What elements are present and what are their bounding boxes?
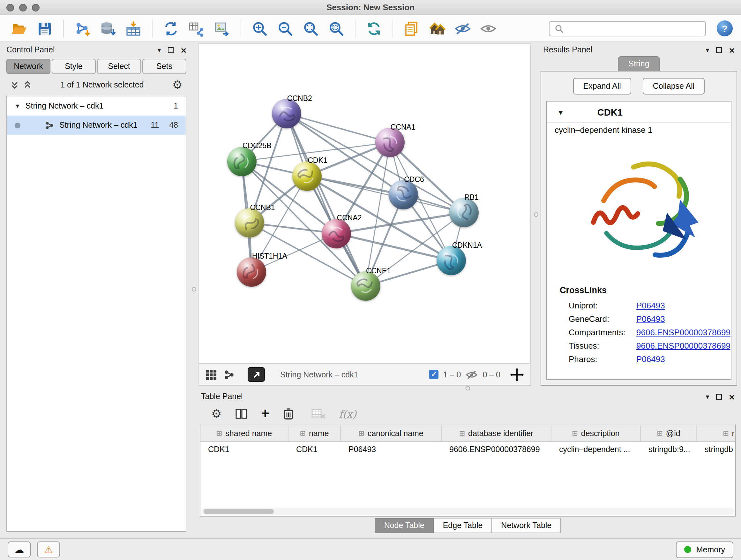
network-node-CDKN1A[interactable]: CDKN1A <box>437 246 466 275</box>
cell-id[interactable]: stringdb:9... <box>641 442 697 457</box>
column-header-namespace[interactable]: ⊞namespace <box>697 425 736 441</box>
import-table-from-file-button[interactable] <box>122 17 145 39</box>
zoom-in-button[interactable] <box>248 17 271 39</box>
network-node-CDC6[interactable]: CDC6 <box>389 180 418 209</box>
panel-float-icon[interactable] <box>168 47 174 53</box>
zoom-out-button[interactable] <box>274 17 297 39</box>
splitter-handle[interactable] <box>466 386 470 390</box>
crosslink-link[interactable]: 9606.ENSP00000378699 <box>636 327 731 337</box>
tree-expanded-icon[interactable]: ▼ <box>15 103 20 109</box>
maximize-window-button[interactable] <box>32 3 40 11</box>
panel-close-icon[interactable]: × <box>729 45 735 55</box>
panel-menu-icon[interactable]: ▾ <box>705 46 709 54</box>
selected-checkbox-icon[interactable]: ✓ <box>429 370 439 379</box>
warnings-button[interactable]: ⚠ <box>37 542 60 557</box>
network-overview-button[interactable] <box>223 369 235 380</box>
save-session-button[interactable] <box>33 17 56 39</box>
delete-column-button[interactable] <box>283 408 294 420</box>
cell-shared-name[interactable]: CDK1 <box>200 442 288 457</box>
network-collection-row[interactable]: ▼ String Network – cdk1 1 <box>7 97 186 116</box>
crosslink-link[interactable]: P06493 <box>636 314 665 324</box>
home-views-button[interactable] <box>426 17 449 39</box>
left-splitter[interactable] <box>192 44 195 535</box>
network-node-CCNB2[interactable]: CCNB2 <box>272 99 301 128</box>
delete-table-button-disabled[interactable] <box>312 408 326 420</box>
cell-canonical-name[interactable]: P06493 <box>341 442 442 457</box>
grid-view-button[interactable] <box>205 369 217 380</box>
right-splitter[interactable] <box>534 44 537 386</box>
tab-edge-table[interactable]: Edge Table <box>434 518 492 533</box>
column-header-canonical-name[interactable]: ⊞canonical name <box>341 425 442 441</box>
panel-close-icon[interactable]: × <box>729 392 735 401</box>
tab-sets[interactable]: Sets <box>142 59 186 74</box>
table-row[interactable]: CDK1 CDK1 P06493 9606.ENSP00000378699 cy… <box>200 442 736 457</box>
tab-style[interactable]: Style <box>52 59 96 74</box>
cell-database-identifier[interactable]: 9606.ENSP00000378699 <box>442 442 551 457</box>
column-header-name[interactable]: ⊞name <box>288 425 341 441</box>
zoom-selected-button[interactable] <box>325 17 348 39</box>
horizontal-splitter[interactable] <box>199 386 737 390</box>
panel-menu-icon[interactable]: ▾ <box>705 392 709 401</box>
open-session-button[interactable] <box>8 17 30 39</box>
column-header-description[interactable]: ⊞description <box>551 425 641 441</box>
node-section-header[interactable]: ▼ CDK1 <box>547 102 731 123</box>
close-window-button[interactable] <box>6 3 14 11</box>
network-options-gear-icon[interactable]: ⚙ <box>172 79 183 91</box>
collapse-all-button[interactable]: Collapse All <box>643 78 705 95</box>
show-all-button[interactable] <box>477 17 500 39</box>
memory-button[interactable]: Memory <box>676 541 733 558</box>
cell-name[interactable]: CDK1 <box>288 442 341 457</box>
detach-view-button[interactable] <box>248 367 265 382</box>
minimize-window-button[interactable] <box>19 3 27 11</box>
table-options-button[interactable]: ⚙ <box>211 408 221 420</box>
copy-document-button[interactable] <box>400 17 423 39</box>
hide-selected-button[interactable] <box>451 17 474 39</box>
tab-node-table[interactable]: Node Table <box>375 518 434 533</box>
network-node-CDC25B[interactable]: CDC25B <box>227 146 257 176</box>
cell-description[interactable]: cyclin–dependent ... <box>551 442 641 457</box>
tab-select[interactable]: Select <box>97 59 141 74</box>
zoom-fit-button[interactable] <box>299 17 322 39</box>
expand-all-icon[interactable] <box>23 80 32 89</box>
network-node-CCNA2[interactable]: CCNA2 <box>322 219 351 248</box>
crosslink-link[interactable]: P06493 <box>636 354 665 364</box>
fit-selected-button[interactable] <box>510 368 524 381</box>
crosslink-link[interactable]: P06493 <box>636 301 665 310</box>
column-header-database-identifier[interactable]: ⊞database identifier <box>442 425 551 441</box>
create-network-from-table-button[interactable] <box>185 17 208 39</box>
show-columns-button[interactable] <box>235 408 248 420</box>
export-image-button[interactable] <box>211 17 233 39</box>
refresh-view-button[interactable] <box>362 17 386 39</box>
cell-namespace[interactable]: stringdb <box>697 442 736 457</box>
network-node-RB1[interactable]: RB1 <box>449 198 478 227</box>
panel-float-icon[interactable] <box>716 394 722 399</box>
add-column-button[interactable]: + <box>261 407 269 421</box>
search-field[interactable] <box>549 21 706 36</box>
help-button[interactable]: ? <box>716 20 733 37</box>
network-node-CDK1[interactable]: CDK1 <box>292 161 322 191</box>
network-node-CCNE1[interactable]: CCNE1 <box>351 271 380 301</box>
import-network-from-file-button[interactable] <box>71 17 94 39</box>
panel-float-icon[interactable] <box>716 47 722 53</box>
splitter-handle[interactable] <box>534 212 538 217</box>
network-row-selected[interactable]: String Network – cdk1 11 48 <box>7 116 186 135</box>
function-builder-button[interactable]: f(x) <box>339 408 356 420</box>
section-expanded-icon[interactable]: ▼ <box>557 109 564 116</box>
import-network-from-database-button[interactable] <box>96 17 119 39</box>
tab-network-table[interactable]: Network Table <box>492 518 561 533</box>
column-header-id[interactable]: ⊞@id <box>641 425 697 441</box>
search-input[interactable] <box>567 24 700 33</box>
tab-network[interactable]: Network <box>6 59 51 74</box>
cloud-status-button[interactable]: ☁ <box>8 542 30 557</box>
collapse-all-icon[interactable] <box>10 80 19 89</box>
splitter-handle[interactable] <box>192 287 196 291</box>
crosslink-link[interactable]: 9606.ENSP00000378699 <box>636 341 731 351</box>
panel-menu-icon[interactable]: ▾ <box>157 46 161 54</box>
horizontal-scrollbar[interactable] <box>202 508 734 515</box>
scrollbar-thumb[interactable] <box>204 509 274 514</box>
panel-close-icon[interactable]: × <box>181 45 186 55</box>
network-canvas[interactable]: CCNB2CCNA1CDC25BCDK1CDC6RB1CCNB1CCNA2CDK… <box>199 44 530 363</box>
tab-string[interactable]: String <box>617 56 660 71</box>
network-node-CCNA1[interactable]: CCNA1 <box>375 128 405 157</box>
column-header-shared-name[interactable]: ⊞shared name <box>200 425 288 441</box>
